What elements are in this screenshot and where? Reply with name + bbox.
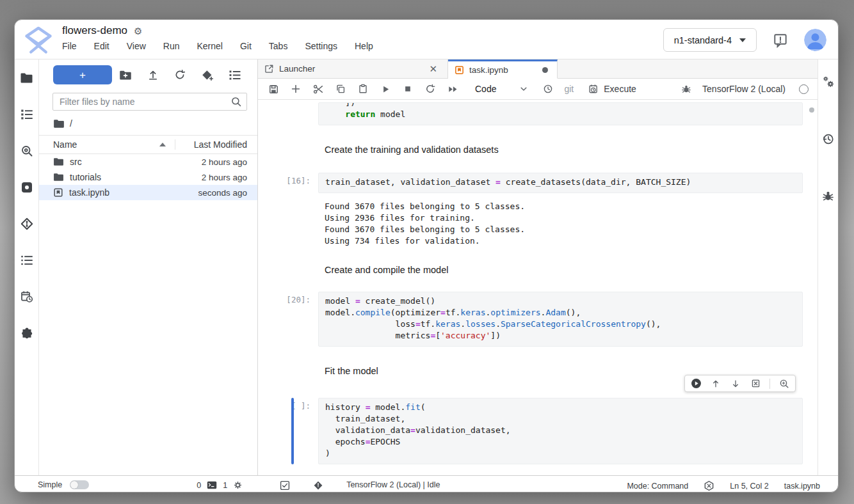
zoom-cell-button[interactable] [778, 378, 790, 390]
paste-icon [358, 84, 368, 94]
file-view-toggle-button[interactable] [227, 67, 243, 83]
run-cell-button[interactable] [690, 378, 702, 390]
execute-scheduler-icon [588, 84, 599, 95]
paste-cells-button[interactable] [357, 83, 369, 95]
cursor-position[interactable]: Ln 5, Col 2 [730, 482, 768, 491]
command-palette-check-icon[interactable] [280, 480, 290, 491]
menu-settings[interactable]: Settings [305, 41, 337, 51]
git-tab[interactable] [19, 216, 35, 232]
scrollbar-thumb[interactable] [809, 107, 814, 113]
file-row-task-ipynb[interactable]: task.ipynb seconds ago [39, 185, 257, 200]
feedback-icon [773, 33, 788, 48]
new-launcher-button[interactable]: + [53, 65, 112, 84]
menu-help[interactable]: Help [355, 41, 373, 51]
mode-indicator[interactable]: Mode: Command [627, 482, 688, 491]
folder-icon [53, 157, 64, 166]
rename-gear-icon[interactable]: ⚙ [134, 26, 142, 36]
git-clone-button[interactable] [200, 67, 215, 83]
refresh-icon [174, 69, 186, 81]
file-browser-tab[interactable] [19, 70, 35, 86]
restart-run-all-button[interactable] [446, 83, 459, 95]
column-header-name[interactable]: Name [53, 139, 175, 150]
markdown-cell[interactable]: Create and compile the model [258, 264, 818, 276]
file-row-tutorials[interactable]: tutorials 2 hours ago [39, 169, 257, 185]
kernel-name-label[interactable]: TensorFlow 2 (Local) [702, 84, 786, 94]
tab-task-ipynb[interactable]: task.ipynb [448, 59, 558, 79]
title-block: flowers-demo ⚙ File Edit View Run Kernel… [62, 24, 373, 51]
new-folder-button[interactable] [118, 67, 133, 83]
running-sessions-tab[interactable] [19, 106, 35, 123]
debugger-button[interactable] [680, 83, 693, 95]
close-tab-icon[interactable]: ✕ [429, 63, 437, 75]
kernel-status-label[interactable]: TensorFlow 2 (Local) | Idle [346, 480, 440, 489]
save-button[interactable] [267, 83, 280, 95]
git-toolbar-label[interactable]: git [564, 84, 574, 94]
notebook-main: Launcher ✕ task.ipynb [258, 59, 818, 475]
menu-kernel[interactable]: Kernel [197, 41, 222, 51]
tab-launcher[interactable]: Launcher ✕ [258, 59, 448, 78]
code-cell-fit-selected[interactable]: [ ]: history = model.fit( train_dataset,… [258, 398, 803, 464]
delete-cell-button[interactable] [750, 378, 761, 390]
column-header-modified[interactable]: Last Modified [175, 139, 247, 150]
history-tab[interactable] [820, 130, 837, 147]
active-file-label[interactable]: task.ipynb [784, 482, 820, 491]
menu-tabs[interactable]: Tabs [269, 41, 288, 51]
notifications-off-icon[interactable] [704, 480, 714, 491]
chevron-down-icon [739, 38, 746, 42]
git-status-icon[interactable] [313, 480, 323, 491]
cell-type-dropdown[interactable]: Code [475, 84, 528, 94]
app-header: flowers-demo ⚙ File Edit View Run Kernel… [15, 20, 838, 59]
notebook-content[interactable]: ]) return model Create the training and … [258, 100, 818, 475]
menu-file[interactable]: File [62, 41, 77, 51]
folder-icon [53, 173, 64, 182]
insert-cell-button[interactable] [289, 83, 302, 95]
refresh-button[interactable] [172, 67, 188, 83]
save-icon [268, 84, 279, 95]
upload-button[interactable] [145, 67, 161, 83]
code-cell-partial[interactable]: ]) return model [258, 102, 803, 125]
debugger-bug-icon [681, 84, 691, 94]
feedback-button[interactable] [771, 31, 790, 49]
menu-git[interactable]: Git [240, 41, 252, 51]
menu-edit[interactable]: Edit [94, 41, 109, 51]
user-avatar[interactable] [804, 29, 826, 51]
execute-button[interactable]: Execute [588, 84, 636, 95]
extensions-puzzle-icon [20, 327, 33, 340]
move-cell-up-button[interactable] [710, 378, 721, 390]
debugger-tab[interactable] [820, 187, 837, 204]
move-cell-down-button[interactable] [730, 378, 741, 390]
clock-icon [543, 84, 553, 94]
scheduler-tab[interactable] [19, 288, 35, 305]
workspace-body: + [15, 59, 838, 475]
unsaved-changes-dot [542, 67, 548, 73]
search-tab[interactable] [19, 143, 35, 159]
copy-cells-button[interactable] [334, 83, 347, 95]
sort-ascending-icon [159, 143, 166, 146]
code-cell-16[interactable]: [16]: train_dataset, validation_dataset … [258, 173, 803, 193]
machine-type-dropdown[interactable]: n1-standard-4 [663, 28, 757, 52]
file-row-src[interactable]: src 2 hours ago [39, 154, 257, 169]
filter-files-input[interactable] [52, 93, 247, 111]
menu-run[interactable]: Run [163, 41, 180, 51]
interrupt-kernel-button[interactable] [401, 83, 414, 95]
cut-cells-button[interactable] [312, 83, 325, 95]
status-bar: Simple 0 1 [15, 475, 838, 492]
cell-timing-button[interactable] [542, 83, 554, 95]
file-browser-toolbar: + [39, 59, 257, 84]
kernels-count[interactable]: 1 [223, 481, 227, 490]
breadcrumb[interactable]: / [39, 111, 257, 136]
breadcrumb-root[interactable]: / [70, 118, 72, 129]
table-of-contents-tab[interactable] [19, 252, 35, 269]
plus-icon [291, 84, 301, 94]
terminals-count[interactable]: 0 [197, 481, 201, 490]
property-inspector-tab[interactable] [820, 74, 837, 90]
run-button[interactable] [379, 83, 392, 95]
markdown-cell[interactable]: Create the training and validation datas… [258, 143, 818, 156]
simple-mode-label: Simple [38, 480, 62, 489]
simple-mode-toggle[interactable] [70, 480, 89, 489]
storage-browser-tab[interactable] [19, 179, 35, 196]
menu-view[interactable]: View [127, 41, 146, 51]
restart-kernel-button[interactable] [424, 83, 437, 95]
extensions-tab[interactable] [19, 325, 35, 342]
code-cell-20[interactable]: [20]: model = create_model()model.compil… [258, 292, 803, 347]
